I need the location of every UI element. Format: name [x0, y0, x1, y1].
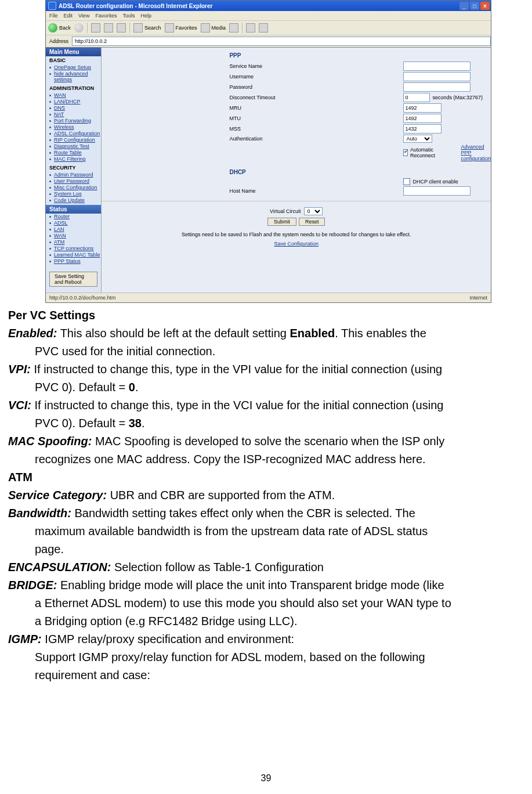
- para-igmp: IGMP: IGMP relay/proxy specification and…: [8, 630, 524, 648]
- sidebar-item[interactable]: OnePage Setup: [54, 64, 91, 70]
- media-icon: [201, 23, 210, 33]
- input-mru[interactable]: [403, 103, 441, 113]
- stop-button[interactable]: [91, 23, 100, 33]
- select-virtual-circuit[interactable]: 0: [304, 207, 323, 215]
- sidebar-item[interactable]: User Password: [54, 178, 89, 184]
- sidebar-item[interactable]: NAT: [54, 111, 64, 117]
- flash-note: Settings need to be saved to Flash and t…: [102, 229, 491, 240]
- toolbar-separator: [242, 23, 243, 33]
- para-bridge-cont1: a Ethernet ADSL modem) to use this mode …: [8, 594, 524, 612]
- link-save-configuration[interactable]: Save Configuration: [274, 241, 319, 247]
- sidebar-item[interactable]: ATM: [54, 239, 64, 245]
- favorites-icon: [165, 23, 174, 33]
- sidebar-item[interactable]: ADSL Configuration: [54, 131, 100, 136]
- menu-view[interactable]: View: [78, 13, 89, 19]
- mail-button[interactable]: [246, 23, 255, 33]
- select-auth[interactable]: Auto: [403, 135, 432, 143]
- sidebar-item[interactable]: System Log: [54, 191, 82, 197]
- label-auth: Authentication: [102, 136, 403, 142]
- sidebar-item[interactable]: LAN/DHCP: [54, 99, 81, 104]
- sidebar-group-admin: ADMINISTRATION: [46, 84, 101, 92]
- para-enabled-cont: PVC used for the initial connection.: [8, 342, 524, 360]
- input-username[interactable]: [403, 72, 471, 81]
- page-number: 39: [0, 773, 532, 784]
- label-mss: MSS: [102, 126, 403, 132]
- menu-tools[interactable]: Tools: [122, 13, 135, 19]
- forward-button[interactable]: [74, 23, 84, 33]
- menu-favorites[interactable]: Favorites: [95, 13, 117, 19]
- link-advanced-ppp[interactable]: Advanced PPP configuration: [461, 144, 491, 161]
- para-igmp-cont1: Support IGMP proxy/relay function for AD…: [8, 648, 524, 666]
- window-close-button[interactable]: ×: [480, 2, 490, 10]
- history-button[interactable]: [229, 23, 238, 33]
- favorites-button[interactable]: Favorites: [165, 23, 197, 33]
- para-bandwidth-cont2: page.: [8, 540, 524, 558]
- sidebar-item[interactable]: Port Forwarding: [54, 118, 91, 124]
- para-vci: VCI: If instructed to change this, type …: [8, 396, 524, 414]
- sidebar-item[interactable]: ADSL: [54, 220, 68, 226]
- menu-file[interactable]: File: [49, 13, 58, 19]
- sidebar-item[interactable]: Misc Configuration: [54, 185, 97, 190]
- input-service-name[interactable]: [403, 62, 471, 71]
- sidebar-item[interactable]: Diagnostic Test: [54, 143, 89, 149]
- back-button[interactable]: Back: [48, 23, 71, 33]
- address-input[interactable]: http://10.0.0.2: [72, 37, 491, 46]
- para-enabled: Enabled: This also should be left at the…: [8, 324, 524, 342]
- sidebar-item[interactable]: WAN: [54, 92, 66, 98]
- media-button[interactable]: Media: [201, 23, 226, 33]
- print-button[interactable]: [259, 23, 268, 33]
- search-button[interactable]: Search: [133, 23, 161, 33]
- main-panel: PPP Service Name Username Password Disco…: [102, 48, 491, 293]
- sidebar-group-basic: BASIC: [46, 56, 101, 64]
- sidebar-item[interactable]: PPP Status: [54, 258, 81, 264]
- sidebar-item[interactable]: Code Update: [54, 197, 85, 203]
- router-config-screenshot: ADSL Router configuration - Microsoft In…: [45, 0, 491, 303]
- sidebar-item[interactable]: WAN: [54, 233, 66, 239]
- input-host-name[interactable]: [403, 186, 471, 196]
- para-mac-cont: recognizes one MAC address. Copy the ISP…: [8, 450, 524, 468]
- input-password[interactable]: [403, 82, 471, 92]
- address-bar: Address http://10.0.0.2: [46, 35, 491, 48]
- sidebar-item[interactable]: Router: [54, 214, 70, 219]
- window-maximize-button[interactable]: □: [470, 2, 479, 10]
- label-disconnect-timeout: Disconnect Timeout: [102, 95, 403, 100]
- toolbar: Back Search Favorites Media: [46, 21, 491, 35]
- input-disconnect-timeout[interactable]: [403, 93, 430, 102]
- sidebar-item[interactable]: DNS: [54, 105, 65, 111]
- para-mac: MAC Spoofing: MAC Spoofing is developed …: [8, 432, 524, 450]
- heading-atm: ATM: [8, 468, 524, 486]
- heading-per-vc: Per VC Settings: [8, 306, 524, 324]
- sidebar-item[interactable]: Admin Password: [54, 172, 93, 178]
- label-dhcp-client: DHCP client enable: [412, 179, 458, 185]
- submit-button[interactable]: Submit: [267, 218, 296, 226]
- save-reboot-button[interactable]: Save Setting and Reboot: [49, 272, 97, 287]
- home-button[interactable]: [117, 23, 126, 33]
- refresh-button[interactable]: [104, 23, 113, 33]
- reset-button[interactable]: Reset: [299, 218, 325, 226]
- label-username: Username: [102, 74, 403, 80]
- menu-edit[interactable]: Edit: [64, 13, 73, 19]
- sidebar-item[interactable]: hide advanced settings: [54, 71, 88, 82]
- sidebar-item[interactable]: Wireless: [54, 124, 74, 130]
- sidebar-item[interactable]: LAN: [54, 226, 64, 232]
- sidebar-item[interactable]: MAC Filtering: [54, 156, 86, 162]
- sidebar-item[interactable]: RIP Configuration: [54, 137, 95, 143]
- window-minimize-button[interactable]: _: [459, 2, 469, 10]
- label-virtual-circuit: Virtual Circuit: [270, 208, 301, 214]
- toolbar-separator: [87, 23, 88, 33]
- para-vpi: VPI: If instructed to change this, type …: [8, 360, 524, 378]
- input-mss[interactable]: [403, 124, 441, 133]
- section-dhcp: DHCP: [102, 162, 491, 178]
- sidebar-item[interactable]: Learned MAC Table: [54, 252, 100, 258]
- label-mtu: MTU: [102, 116, 403, 121]
- sidebar-item[interactable]: TCP connections: [54, 246, 93, 251]
- checkbox-dhcp-client[interactable]: [403, 178, 410, 185]
- label-auto-reconnect: Automatic Reconnect: [410, 147, 437, 158]
- status-url: http://10.0.0.2/doc/home.htm: [49, 295, 116, 301]
- para-service-category: Service Category: UBR and CBR are suppor…: [8, 486, 524, 504]
- input-mtu[interactable]: [403, 114, 441, 123]
- label-password: Password: [102, 84, 403, 90]
- sidebar-item[interactable]: Route Table: [54, 150, 82, 156]
- checkbox-auto-reconnect[interactable]: [403, 149, 408, 156]
- menu-help[interactable]: Help: [140, 13, 151, 19]
